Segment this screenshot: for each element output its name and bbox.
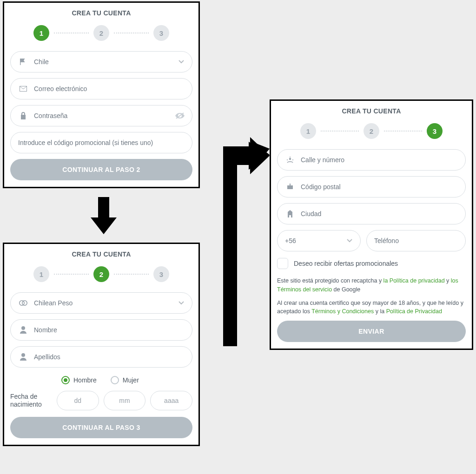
signup-panel-step3: CREA TU CUENTA 1 2 3 Calle y número Códi… (270, 99, 473, 350)
promo-code-field[interactable]: Introduce el código promocional (si tien… (10, 132, 192, 153)
panel-title: CREA TU CUENTA (10, 9, 192, 17)
step-divider (54, 274, 89, 275)
promo-optin-label: Deseo recibir ofertas promocionales (294, 260, 398, 267)
svg-point-1 (20, 301, 24, 305)
phone-row: +56 Teléfono (277, 230, 466, 251)
age-consent-legal: Al crear una cuenta certifico que soy ma… (277, 299, 466, 316)
dob-month-input[interactable]: mm (104, 391, 146, 410)
svg-marker-5 (250, 137, 270, 174)
arrow-turn-right-icon (209, 123, 270, 346)
legal-text: Este sitio está protegido con recaptcha … (277, 277, 383, 284)
country-value: Chile (34, 58, 178, 66)
currency-select[interactable]: Chilean Peso (10, 292, 192, 314)
promo-optin-checkbox[interactable] (277, 258, 288, 269)
lastname-placeholder: Apellidos (34, 353, 185, 361)
chevron-down-icon (178, 59, 185, 64)
coins-icon (18, 300, 28, 306)
map-pin-icon (285, 156, 295, 164)
panel-title: CREA TU CUENTA (277, 107, 466, 115)
lastname-field[interactable]: Apellidos (10, 346, 192, 368)
zip-field[interactable]: Código postal (277, 176, 466, 198)
firstname-placeholder: Nombre (34, 326, 185, 334)
password-placeholder: Contraseña (34, 112, 175, 119)
stepper: 1 2 3 (10, 266, 192, 282)
lock-icon (18, 112, 28, 119)
city-placeholder: Ciudad (301, 210, 458, 217)
stepper: 1 2 3 (10, 25, 192, 41)
flag-icon (18, 59, 28, 65)
dob-day-input[interactable]: dd (57, 391, 99, 410)
mailbox-icon (285, 184, 295, 190)
email-placeholder: Correo electrónico (34, 85, 185, 92)
step-3: 3 (153, 266, 169, 282)
zip-placeholder: Código postal (301, 183, 458, 191)
submit-button[interactable]: ENVIAR (277, 321, 466, 342)
step-divider (321, 131, 359, 132)
svg-rect-3 (223, 156, 237, 346)
gender-radio-group: Hombre Mujer (10, 373, 192, 391)
step-2: 2 (93, 266, 109, 282)
continue-step3-button[interactable]: CONTINUAR AL PASO 3 (10, 417, 192, 438)
promo-optin-row: Deseo recibir ofertas promocionales (277, 258, 466, 269)
step-divider (54, 33, 89, 33)
dialcode-value: +56 (285, 237, 296, 244)
step-1: 1 (33, 25, 49, 41)
step-3: 3 (427, 123, 443, 139)
recaptcha-legal: Este sitio está protegido con recaptcha … (277, 276, 466, 294)
email-field[interactable]: Correo electrónico (10, 78, 192, 99)
person-icon (18, 326, 28, 334)
legal-text: y la (374, 308, 386, 315)
step-2: 2 (364, 123, 379, 139)
stepper: 1 2 3 (277, 123, 466, 139)
legal-text: de Google (332, 286, 360, 293)
building-icon (285, 210, 295, 217)
signup-panel-step1: CREA TU CUENTA 1 2 3 Chile Correo electr… (3, 1, 200, 188)
firstname-field[interactable]: Nombre (10, 319, 192, 341)
step-divider (384, 131, 422, 132)
gender-male-label: Hombre (73, 376, 97, 384)
radio-unchecked-icon (111, 376, 119, 384)
continue-step2-button[interactable]: CONTINUAR AL PASO 2 (10, 159, 192, 180)
terms-and-conditions-link[interactable]: Términos y Condiciones (311, 308, 374, 315)
dob-label: Fecha de nacimiento (10, 393, 52, 408)
step-1: 1 (300, 123, 316, 139)
dialcode-select[interactable]: +56 (277, 230, 361, 251)
signup-panel-step2: CREA TU CUENTA 1 2 3 Chilean Peso Nombre… (3, 243, 200, 446)
city-field[interactable]: Ciudad (277, 203, 466, 224)
step-3: 3 (153, 25, 169, 41)
dob-year-input[interactable]: aaaa (150, 391, 192, 410)
promo-placeholder: Introduce el código promocional (si tien… (18, 139, 185, 146)
street-placeholder: Calle y número (301, 156, 458, 164)
person-icon (18, 353, 28, 361)
country-select[interactable]: Chile (10, 51, 192, 72)
eye-off-icon[interactable] (175, 112, 185, 119)
privacy-policy-link[interactable]: Política de Privacidad (386, 308, 442, 315)
dob-row: Fecha de nacimiento dd mm aaaa (10, 391, 192, 410)
svg-rect-4 (223, 146, 250, 165)
gender-female-radio[interactable]: Mujer (111, 376, 139, 384)
panel-title: CREA TU CUENTA (10, 250, 192, 258)
step-divider (114, 274, 149, 275)
step-divider (114, 33, 149, 33)
gender-female-label: Mujer (123, 376, 139, 384)
arrow-down-icon (91, 197, 117, 234)
svg-point-2 (22, 301, 27, 305)
phone-placeholder: Teléfono (374, 237, 399, 244)
currency-value: Chilean Peso (34, 299, 178, 307)
street-field[interactable]: Calle y número (277, 149, 466, 171)
privacy-policy-link[interactable]: la Política de privacidad (383, 277, 445, 284)
gender-male-radio[interactable]: Hombre (61, 376, 97, 384)
radio-checked-icon (61, 376, 70, 384)
envelope-icon (18, 86, 28, 92)
phone-field[interactable]: Teléfono (366, 230, 466, 251)
chevron-down-icon (346, 238, 353, 243)
legal-text: y (445, 277, 451, 284)
step-2: 2 (93, 25, 109, 41)
chevron-down-icon (178, 301, 185, 305)
svg-point-6 (289, 158, 291, 160)
step-1: 1 (33, 266, 49, 282)
password-field[interactable]: Contraseña (10, 105, 192, 126)
